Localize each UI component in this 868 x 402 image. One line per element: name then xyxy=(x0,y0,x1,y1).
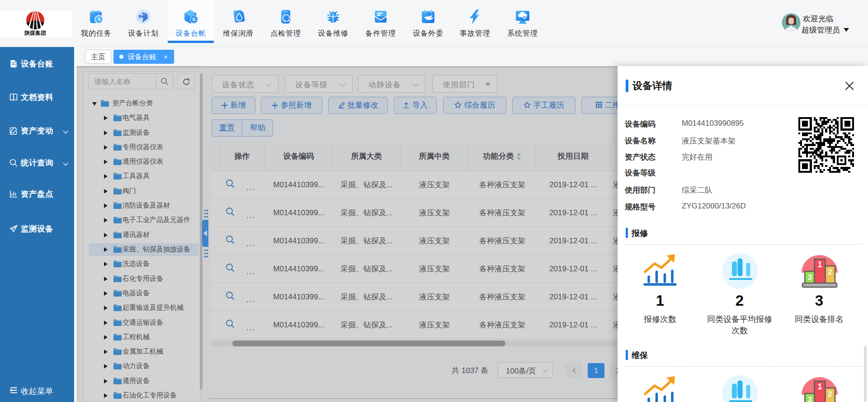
svg-text:3: 3 xyxy=(808,396,812,402)
svg-text:2: 2 xyxy=(828,268,832,276)
svg-text:3: 3 xyxy=(808,274,812,281)
svg-text:1: 1 xyxy=(817,260,822,269)
svg-text:1: 1 xyxy=(817,382,822,391)
svg-text:2: 2 xyxy=(828,390,832,398)
svg-text:陕煤集团: 陕煤集团 xyxy=(24,30,46,36)
